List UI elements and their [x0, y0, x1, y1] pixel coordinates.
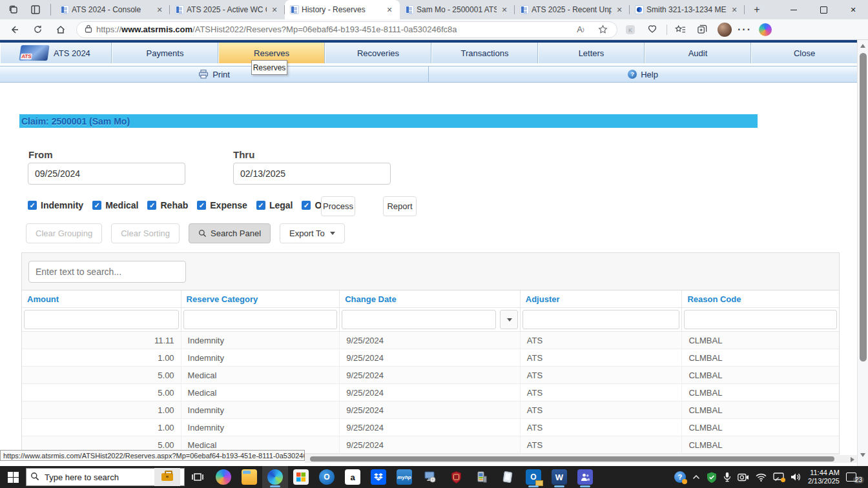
vertical-scrollbar[interactable]	[857, 40, 868, 466]
file-explorer-icon[interactable]	[236, 466, 262, 488]
tab-smith[interactable]: Smith 321-13-1234 ME Em ✕	[630, 0, 745, 19]
clear-sorting-button[interactable]: Clear Sorting	[111, 223, 180, 243]
tab-close-icon[interactable]: ✕	[269, 5, 280, 15]
table-row[interactable]: 11.11Indemnity9/25/2024ATSCLMBAL	[22, 332, 839, 349]
filter-reserve-category[interactable]	[181, 308, 340, 331]
from-date-input[interactable]	[28, 163, 185, 185]
scroll-right-icon[interactable]	[851, 457, 854, 462]
filter-adjuster[interactable]	[521, 308, 683, 331]
lock-icon[interactable]	[85, 24, 92, 36]
word-icon[interactable]: W	[546, 466, 572, 488]
media-pc-icon[interactable]	[469, 466, 495, 488]
column-header-amount[interactable]: Amount	[22, 290, 181, 307]
checkbox-legal[interactable]: ✓Legal	[256, 200, 293, 210]
myhp-icon[interactable]: myhp	[391, 466, 417, 488]
camera-icon[interactable]	[738, 473, 749, 482]
vertical-tabs-icon[interactable]	[27, 3, 44, 17]
filter-amount[interactable]	[22, 308, 181, 331]
column-header-reason-code[interactable]: Reason Code	[682, 290, 839, 307]
favorite-star-icon[interactable]	[594, 21, 612, 38]
address-bar[interactable]: https://www.atsrmis.com/ATSHist2022/Rese…	[76, 21, 617, 38]
export-to-button[interactable]: Export To	[280, 223, 345, 243]
notification-center[interactable]: 23	[846, 471, 864, 483]
start-button[interactable]	[0, 466, 26, 488]
scroll-up-icon[interactable]	[860, 44, 865, 48]
filter-reason-code[interactable]	[682, 308, 839, 331]
tab-ats-2024-console[interactable]: ATS 2024 - Console ✕	[55, 0, 170, 19]
horizontal-scrollbar-thumb[interactable]	[310, 456, 834, 462]
nav-item-close[interactable]: Close	[751, 43, 857, 63]
help-button[interactable]: ? Help	[628, 70, 658, 79]
edge-icon[interactable]	[262, 466, 288, 488]
defender-shield-icon[interactable]	[707, 472, 717, 483]
amazon-icon[interactable]: a	[340, 466, 366, 488]
nav-item-transactions[interactable]: Transactions	[431, 43, 538, 63]
dropbox-icon[interactable]	[366, 466, 391, 488]
outlook-new-icon[interactable]: O	[314, 466, 340, 488]
filter-dropdown-button[interactable]	[500, 310, 518, 329]
tab-history-reserves[interactable]: History - Reserves ✕	[285, 0, 400, 19]
clear-grouping-button[interactable]: Clear Grouping	[26, 223, 102, 243]
filter-change-date[interactable]	[340, 308, 521, 331]
nav-item-payments[interactable]: Payments	[112, 43, 218, 63]
table-row[interactable]: 1.00Indemnity9/25/2024ATSCLMBAL	[22, 349, 839, 367]
tab-close-icon[interactable]: ✕	[384, 5, 395, 15]
table-row[interactable]: 1.00Indemnity9/25/2024ATSCLMBAL	[22, 402, 839, 419]
report-button[interactable]: Report	[383, 196, 417, 216]
column-header-reserve-category[interactable]: Reserve Category	[181, 290, 340, 307]
column-header-adjuster[interactable]: Adjuster	[521, 290, 683, 307]
copilot-icon[interactable]	[759, 23, 772, 36]
maximize-button[interactable]	[809, 0, 838, 19]
tablet-tool-icon[interactable]	[495, 466, 521, 488]
collections-icon[interactable]	[693, 21, 711, 38]
minimize-button[interactable]	[779, 0, 809, 19]
table-row[interactable]: 5.00Medical9/25/2024ATSCLMBAL	[22, 384, 839, 402]
nav-item-recoveries[interactable]: Recoveries	[325, 43, 431, 63]
wifi-icon[interactable]	[756, 473, 767, 482]
workspaces-icon[interactable]	[5, 3, 22, 17]
profile-avatar[interactable]	[718, 23, 732, 37]
checkbox-medical[interactable]: ✓Medical	[92, 200, 138, 210]
vertical-scrollbar-thumb[interactable]	[860, 53, 867, 361]
read-aloud-icon[interactable]: A)	[572, 21, 590, 38]
copilot-taskbar-icon[interactable]	[211, 466, 236, 488]
home-icon[interactable]	[52, 21, 70, 38]
remote-pc-icon[interactable]	[417, 466, 443, 488]
outlook-classic-icon[interactable]: O	[521, 466, 546, 488]
teams-icon[interactable]	[572, 466, 598, 488]
settings-more-icon[interactable]: ···	[736, 21, 754, 38]
taskbar-search-box[interactable]: Type here to search	[26, 468, 185, 486]
checkbox-indemnity[interactable]: ✓Indemnity	[28, 200, 83, 210]
column-header-change-date[interactable]: Change Date	[340, 290, 521, 307]
search-panel-button[interactable]: Search Panel	[189, 223, 271, 243]
table-row[interactable]: 5.00Medical9/25/2024ATSCLMBAL	[22, 367, 839, 384]
tab-sam-mo[interactable]: Sam Mo - 2500001 ATS 20 ✕	[400, 0, 515, 19]
favorites-bar-icon[interactable]	[671, 21, 689, 38]
close-window-button[interactable]: ✕	[838, 0, 868, 19]
security-shield-icon[interactable]	[443, 466, 469, 488]
process-button[interactable]: Process	[321, 196, 355, 216]
volume-icon[interactable]	[790, 473, 801, 482]
thru-date-input[interactable]	[233, 163, 391, 185]
scroll-down-icon[interactable]	[860, 453, 865, 457]
back-icon[interactable]	[5, 21, 23, 38]
briefcase-icon[interactable]	[154, 468, 180, 486]
cast-screen-icon[interactable]	[773, 473, 784, 482]
nav-item-audit[interactable]: Audit	[645, 43, 751, 63]
tab-close-icon[interactable]: ✕	[729, 5, 739, 15]
tab-close-icon[interactable]: ✕	[154, 5, 165, 15]
extensions-icon[interactable]: K	[621, 21, 639, 38]
help-tray-icon[interactable]: ?	[674, 471, 686, 483]
tab-ats-2025-recent[interactable]: ATS 2025 - Recent Unprom ✕	[515, 0, 630, 19]
task-view-button[interactable]	[185, 466, 211, 488]
refresh-icon[interactable]	[28, 21, 46, 38]
nav-item-letters[interactable]: Letters	[538, 43, 645, 63]
print-button[interactable]: Print	[198, 70, 230, 79]
tab-close-icon[interactable]: ✕	[499, 5, 510, 15]
tab-ats-2025-active-wc[interactable]: ATS 2025 - Active WC Clai ✕	[170, 0, 285, 19]
microphone-icon[interactable]	[723, 472, 731, 482]
new-tab-button[interactable]: +	[749, 2, 765, 17]
taskbar-clock[interactable]: 11:44 AM 2/13/2025	[808, 469, 840, 485]
microsoft-store-icon[interactable]	[288, 466, 314, 488]
browser-essentials-icon[interactable]	[643, 21, 661, 38]
